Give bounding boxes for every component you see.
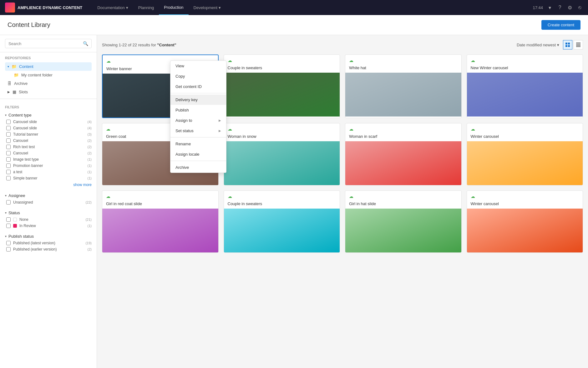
context-menu-view[interactable]: View (170, 61, 226, 71)
filter-carousel-1[interactable]: Carousel (2) (5, 137, 92, 144)
context-menu-archive[interactable]: Archive (170, 162, 226, 173)
content-card-woman-in-scarf[interactable]: ☁ Woman in scarf (345, 123, 462, 185)
card-header: ☁ (345, 191, 461, 201)
filter-checkbox[interactable] (6, 163, 11, 168)
content-card-girl-hat-slide[interactable]: ☁ Girl in hat slide (345, 190, 462, 253)
content-card-winter-carousel-1[interactable]: ☁ Winter carousel (467, 123, 583, 185)
nav-documentation[interactable]: Documentation ▾ (92, 0, 133, 15)
sort-select[interactable]: Date modified newest ▾ (517, 43, 559, 47)
content-card-girl-red-coat[interactable]: ☁ Girl in red coat slide (102, 190, 219, 253)
sidebar-item-archive[interactable]: 🗄 Archive (5, 79, 92, 88)
logout-icon[interactable]: ⎋ (577, 4, 583, 11)
content-card-white-hat[interactable]: ☁ White hat (345, 54, 462, 118)
context-menu-rename[interactable]: Rename (170, 139, 226, 149)
card-image (102, 209, 218, 252)
filter-checkbox[interactable] (6, 138, 11, 143)
filter-count: (4) (88, 126, 92, 130)
filter-carousel-2[interactable]: Carousel (2) (5, 150, 92, 156)
filters-label: Filters (5, 105, 92, 109)
content-type-header[interactable]: ▾ Content type (5, 111, 92, 119)
filter-published-latest[interactable]: Published (latest version) (19) (5, 240, 92, 246)
context-menu-copy[interactable]: Copy (170, 71, 226, 81)
filter-checkbox[interactable] (6, 120, 11, 124)
show-more-button[interactable]: show more (5, 181, 92, 188)
filter-carousel-slide-2[interactable]: Carousel slide (4) (5, 125, 92, 131)
card-image (345, 73, 461, 117)
chevron-down-icon: ▾ (219, 5, 221, 10)
assignee-header[interactable]: ▾ Assignee (5, 192, 92, 199)
filter-checkbox[interactable] (6, 217, 11, 222)
filter-count: (2) (88, 247, 92, 251)
filter-count: (1) (88, 164, 92, 168)
content-card-couple-sweaters[interactable]: ☁ Couple in sweaters (224, 54, 340, 118)
filter-unassigned[interactable]: Unassigned (22) (5, 199, 92, 205)
filter-checkbox[interactable] (6, 151, 11, 155)
filter-item-label: Rich text test (13, 145, 35, 149)
search-box[interactable]: 🔍 (5, 39, 92, 48)
sidebar-item-content[interactable]: ▾ 📁 Content (5, 62, 92, 71)
context-menu-get-content-id[interactable]: Get content ID (170, 81, 226, 92)
filter-status-in-review[interactable]: In Review (1) (5, 223, 92, 229)
nav-planning[interactable]: Planning (133, 0, 159, 15)
status-header[interactable]: ▾ Status (5, 209, 92, 216)
grid-view-button[interactable] (563, 40, 572, 49)
filter-image-test-type[interactable]: Image test type (1) (5, 156, 92, 163)
cloud-icon: ☁ (106, 194, 110, 199)
settings-icon[interactable]: ⚙ (567, 4, 573, 11)
content-card-new-winter-carousel[interactable]: ☁ New Winter carousel (467, 54, 583, 118)
filter-item-label: a test (13, 170, 22, 174)
filter-status-none[interactable]: None (21) (5, 216, 92, 223)
publish-status-header[interactable]: ▾ Publish status (5, 233, 92, 240)
content-card-woman-in-snow[interactable]: ☁ Woman in snow (224, 123, 340, 185)
filter-published-earlier[interactable]: Published (earlier version) (2) (5, 246, 92, 252)
filter-checkbox[interactable] (6, 157, 11, 162)
filter-checkbox[interactable] (6, 241, 11, 245)
filter-checkbox[interactable] (6, 247, 11, 251)
filter-checkbox[interactable] (6, 145, 11, 149)
filter-checkbox[interactable] (6, 200, 11, 205)
svg-rect-7 (576, 46, 580, 47)
card-title: Woman in scarf (345, 134, 461, 141)
filter-item-label: None (19, 217, 28, 222)
filter-checkbox[interactable] (6, 176, 11, 180)
help-icon[interactable]: ? (557, 4, 563, 11)
filter-simple-banner[interactable]: Simple banner (1) (5, 175, 92, 181)
filter-item-label: Carousel slide (13, 126, 37, 130)
content-card-couple-sweaters-2[interactable]: ☁ Couple in sweaters (224, 190, 340, 253)
chevron-down-icon: ▾ (5, 194, 7, 197)
context-menu-publish[interactable]: Publish (170, 105, 226, 115)
create-content-button[interactable]: Create content (541, 20, 580, 30)
nav-production[interactable]: Production (159, 0, 188, 15)
card-header: ☁ (102, 191, 218, 201)
view-toggle (563, 40, 583, 49)
card-header: ☁ (467, 123, 583, 134)
card-image (467, 141, 583, 185)
sort-label: Date modified newest (517, 43, 556, 47)
cloud-icon: ☁ (228, 194, 232, 199)
filter-carousel-slide-1[interactable]: Carousel slide (4) (5, 119, 92, 125)
sidebar-item-slots[interactable]: ▶ ▦ Slots (5, 88, 92, 96)
filter-a-test[interactable]: a test (1) (5, 169, 92, 175)
chevron-down-icon[interactable]: ▾ (547, 4, 553, 11)
filter-checkbox[interactable] (6, 224, 11, 228)
nav-development[interactable]: Development ▾ (189, 0, 226, 15)
search-input[interactable] (8, 41, 83, 46)
filter-checkbox[interactable] (6, 126, 11, 130)
filter-tutorial-banner[interactable]: Tutorial banner (3) (5, 131, 92, 137)
filter-rich-text-test[interactable]: Rich text test (2) (5, 144, 92, 150)
content-card-winter-carousel-2[interactable]: ☁ Winter carousel (467, 190, 583, 253)
context-menu-delivery-key[interactable]: Delivery key (170, 95, 226, 105)
list-view-button[interactable] (574, 40, 583, 49)
context-menu-set-status[interactable]: Set status ▶ (170, 126, 226, 136)
filter-item-label: In Review (19, 224, 36, 228)
card-header: ☁ (467, 55, 583, 65)
filter-checkbox[interactable] (6, 170, 11, 174)
card-header: ☁ (467, 191, 583, 201)
card-title: Winter carousel (467, 201, 583, 209)
card-image (467, 73, 583, 117)
context-menu-assign-locale[interactable]: Assign locale (170, 149, 226, 159)
context-menu-assign-to[interactable]: Assign to ▶ (170, 115, 226, 126)
filter-checkbox[interactable] (6, 132, 11, 137)
filter-promotion-banner[interactable]: Promotion banner (1) (5, 163, 92, 169)
sidebar-item-my-content-folder[interactable]: 📁 My content folder (5, 71, 92, 79)
